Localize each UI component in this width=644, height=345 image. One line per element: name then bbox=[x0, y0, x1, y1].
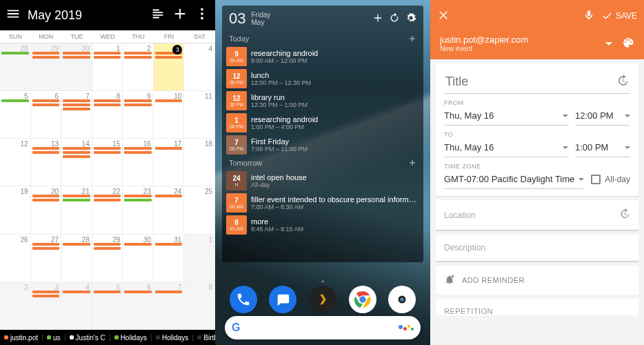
legend-item[interactable]: us bbox=[43, 334, 66, 342]
history-icon[interactable] bbox=[619, 208, 630, 221]
day-cell[interactable]: 29 bbox=[92, 235, 123, 282]
agenda-item[interactable]: 100 PMresearching android1:00 PM – 4:00 … bbox=[222, 112, 423, 134]
event-bar[interactable] bbox=[63, 151, 90, 154]
legend-item[interactable]: justin.pot bbox=[0, 334, 43, 342]
day-cell[interactable]: 15 bbox=[92, 139, 123, 186]
day-cell[interactable]: 14 bbox=[61, 139, 92, 186]
event-bar[interactable] bbox=[63, 56, 90, 59]
agenda-item[interactable]: 700 PMFirst Friday7:00 PM – 11:00 PM bbox=[222, 134, 423, 156]
event-bar[interactable] bbox=[94, 199, 121, 201]
day-cell[interactable]: 3 bbox=[154, 43, 185, 91]
date-number[interactable]: 03 bbox=[229, 10, 245, 28]
agenda-item[interactable]: 700 AMfiller event intended to obscure p… bbox=[222, 192, 423, 214]
event-bar[interactable] bbox=[63, 199, 90, 201]
add-icon[interactable] bbox=[408, 34, 416, 43]
day-cell[interactable]: 9 bbox=[123, 91, 154, 139]
day-cell[interactable]: 21 bbox=[61, 186, 92, 234]
event-bar[interactable] bbox=[63, 108, 90, 110]
day-cell[interactable]: 7 bbox=[61, 91, 92, 139]
day-cell[interactable]: 19 bbox=[0, 186, 31, 234]
day-cell[interactable]: 7 bbox=[154, 282, 185, 330]
agenda-item[interactable]: 900 AMresearching android9:00 AM – 12:00… bbox=[222, 46, 423, 68]
day-cell[interactable]: 6 bbox=[31, 91, 62, 139]
title-input[interactable] bbox=[445, 75, 616, 89]
month-grid[interactable]: 2829301234567891011121314151617181920212… bbox=[0, 43, 215, 330]
refresh-icon[interactable] bbox=[389, 12, 400, 25]
agenda-item[interactable]: 24Hintel open houseAll-day bbox=[222, 170, 423, 192]
event-bar[interactable] bbox=[63, 103, 90, 106]
day-cell[interactable]: 6 bbox=[123, 282, 154, 330]
repetition-row[interactable]: REPETITION bbox=[436, 299, 638, 315]
agenda-item[interactable]: 1200 PMlunch12:00 PM – 12:30 PM bbox=[222, 68, 423, 90]
add-icon[interactable] bbox=[408, 159, 416, 167]
day-cell[interactable]: 13 bbox=[31, 139, 62, 186]
day-cell[interactable]: 30 bbox=[61, 43, 92, 91]
event-bar[interactable] bbox=[124, 56, 152, 59]
event-bar[interactable] bbox=[124, 103, 152, 106]
day-cell[interactable]: 11 bbox=[184, 91, 215, 139]
day-cell[interactable]: 2 bbox=[0, 282, 31, 330]
account-row[interactable]: justin.pot@zapier.com New event bbox=[430, 32, 644, 59]
day-cell[interactable]: 18 bbox=[184, 139, 215, 186]
messages-app-icon[interactable] bbox=[269, 286, 296, 313]
day-cell[interactable]: 8 bbox=[184, 282, 215, 330]
day-cell[interactable]: 29 bbox=[31, 43, 62, 91]
day-cell[interactable]: 24 bbox=[154, 186, 185, 234]
text-view-icon[interactable] bbox=[150, 6, 165, 24]
event-bar[interactable] bbox=[32, 247, 60, 250]
event-bar[interactable] bbox=[94, 56, 121, 59]
day-cell[interactable]: 28 bbox=[61, 235, 92, 282]
add-icon[interactable] bbox=[372, 12, 383, 25]
mic-icon[interactable] bbox=[583, 9, 595, 23]
history-icon[interactable] bbox=[616, 75, 629, 89]
day-cell[interactable]: 8 bbox=[92, 91, 123, 139]
day-cell[interactable]: 31 bbox=[154, 235, 185, 282]
day-cell[interactable]: 25 bbox=[184, 186, 215, 234]
day-cell[interactable]: 1 bbox=[92, 43, 123, 91]
to-date-select[interactable]: Thu, May 16 bbox=[444, 138, 568, 157]
day-cell[interactable]: 3 bbox=[31, 282, 62, 330]
event-bar[interactable] bbox=[32, 199, 60, 201]
event-bar[interactable] bbox=[94, 103, 121, 106]
agenda-widget[interactable]: 03 Friday May Today900 AMresearching and… bbox=[222, 6, 423, 262]
event-bar[interactable] bbox=[32, 151, 60, 154]
agenda-item[interactable]: 845 AMmore8:45 AM – 9:15 AM bbox=[222, 214, 423, 236]
event-bar[interactable] bbox=[32, 56, 60, 59]
palette-icon[interactable] bbox=[622, 37, 634, 51]
day-cell[interactable]: 20 bbox=[31, 186, 62, 234]
legend-item[interactable]: Birthdays bbox=[193, 334, 215, 342]
month-title[interactable]: May 2019 bbox=[28, 8, 143, 23]
day-cell[interactable]: 17 bbox=[154, 139, 185, 186]
event-bar[interactable] bbox=[124, 199, 152, 201]
day-cell[interactable]: 22 bbox=[92, 186, 123, 234]
close-icon[interactable] bbox=[437, 9, 450, 23]
day-cell[interactable]: 5 bbox=[0, 91, 31, 139]
event-bar[interactable] bbox=[124, 151, 152, 154]
day-cell[interactable]: 2 bbox=[123, 43, 154, 91]
day-cell[interactable]: 30 bbox=[123, 235, 154, 282]
event-bar[interactable] bbox=[32, 103, 60, 106]
assistant-icon[interactable] bbox=[399, 325, 414, 331]
add-reminder-button[interactable]: ADD REMINDER bbox=[436, 266, 638, 295]
day-cell[interactable]: 26 bbox=[0, 235, 31, 282]
phone-app-icon[interactable] bbox=[230, 286, 257, 313]
calendar-legend[interactable]: justin.potusJustin's CHolidaysHolidaysBi… bbox=[0, 330, 215, 345]
legend-item[interactable]: Justin's C bbox=[66, 334, 110, 342]
timezone-select[interactable]: GMT-07:00 Pacific Daylight Time bbox=[444, 170, 584, 189]
event-bar[interactable] bbox=[63, 155, 90, 158]
day-cell[interactable]: 28 bbox=[0, 43, 31, 91]
agenda-item[interactable]: 1230 PMlibrary run12:30 PM – 1:00 PM bbox=[222, 90, 423, 112]
chrome-app-icon[interactable] bbox=[349, 286, 376, 313]
from-time-select[interactable]: 12:00 PM bbox=[575, 106, 630, 126]
legend-item[interactable]: Holidays bbox=[152, 334, 193, 342]
plex-app-icon[interactable] bbox=[309, 286, 336, 313]
overflow-icon[interactable] bbox=[194, 6, 210, 24]
day-cell[interactable]: 27 bbox=[31, 235, 62, 282]
description-field[interactable]: Description bbox=[436, 235, 638, 262]
location-field[interactable]: Location bbox=[436, 200, 638, 230]
to-time-select[interactable]: 1:00 PM bbox=[575, 138, 630, 157]
day-cell[interactable]: 12 bbox=[0, 139, 31, 186]
chevron-down-icon[interactable] bbox=[605, 42, 612, 49]
gear-icon[interactable] bbox=[405, 12, 416, 25]
from-date-select[interactable]: Thu, May 16 bbox=[444, 106, 568, 126]
